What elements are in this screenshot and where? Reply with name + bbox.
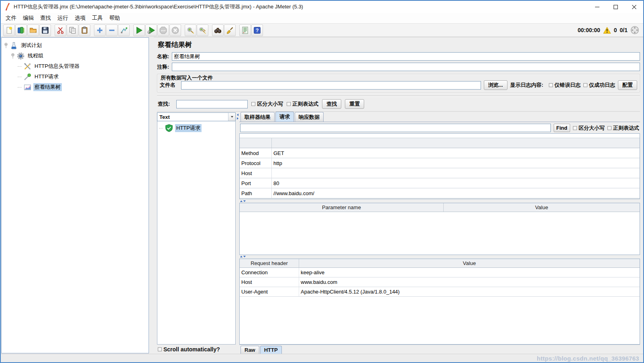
configure-button[interactable]: 配置 [618, 80, 637, 90]
find-regex-label: 正则表达式 [613, 124, 639, 132]
copy-button[interactable] [67, 24, 78, 36]
tree-item-view-results-tree[interactable]: 察看结果树 [2, 82, 149, 92]
chevron-down-icon[interactable] [228, 113, 235, 121]
search-reset-icon [226, 27, 234, 34]
save-icon [41, 27, 49, 34]
header-value: www.baidu.com [299, 277, 640, 287]
table-row[interactable]: Protocolhttp [240, 158, 640, 168]
tree-item-label: 线程组 [26, 52, 45, 60]
log-warning-icon[interactable] [603, 27, 611, 34]
tree-connector [159, 128, 163, 128]
results-find-input[interactable] [240, 124, 551, 132]
comment-row: 注释: [157, 63, 640, 71]
result-item-http-request[interactable]: HTTP请求 [159, 123, 235, 133]
search-reset-button[interactable]: 重置 [345, 99, 364, 109]
table-row[interactable]: Connectionkeep-alive [240, 268, 640, 277]
templates-button[interactable] [15, 24, 27, 36]
menu-edit[interactable]: 编辑 [20, 13, 37, 23]
cut-button[interactable] [55, 24, 66, 36]
help-icon: ? [253, 27, 261, 34]
parameter-name-header[interactable]: Parameter name [240, 203, 444, 212]
result-ok-icon [165, 124, 173, 132]
table-row[interactable]: MethodGET [240, 148, 640, 158]
parameter-value-header[interactable]: Value [444, 203, 640, 212]
shutdown-button[interactable] [169, 24, 181, 36]
tree-item-test-plan[interactable]: 测试计划 [2, 40, 149, 51]
menu-options[interactable]: 选项 [71, 13, 89, 23]
table-row[interactable]: Port80 [240, 178, 640, 188]
new-file-button[interactable] [3, 24, 15, 36]
name-input[interactable] [172, 52, 640, 61]
find-regex-checkbox[interactable]: 正则表达式 [607, 124, 639, 132]
comment-input[interactable] [172, 63, 640, 71]
start-button[interactable] [133, 24, 145, 36]
save-button[interactable] [39, 24, 51, 36]
menu-run[interactable]: 运行 [54, 13, 71, 23]
successes-only-checkbox[interactable]: 仅成功日志 [583, 82, 615, 89]
tab-response-data[interactable]: 响应数据 [295, 112, 324, 122]
toolbar-status: 00:00:00 0 0/1 [578, 26, 639, 35]
request-header-value-header[interactable]: Value [299, 259, 640, 267]
request-header-header[interactable]: Request header [240, 259, 299, 267]
main-split-divider[interactable] [149, 37, 154, 354]
tree-item-http-request[interactable]: HTTP请求 [2, 71, 149, 82]
filename-input[interactable] [181, 81, 481, 90]
table-row[interactable]: Path//www.baidu.com/ [240, 188, 640, 198]
find-case-checkbox[interactable]: 区分大小写 [573, 124, 605, 132]
results-left-pane: Text HTTP请求 Scroll automatically? [157, 112, 236, 354]
search-regex-checkbox[interactable]: 正则表达式 [287, 100, 318, 108]
maximize-button[interactable] [606, 1, 625, 13]
clear-button[interactable] [185, 24, 196, 36]
tree-expand-handle[interactable] [11, 53, 15, 59]
reset-gui-button[interactable] [118, 24, 130, 36]
render-mode-tabs: RawHTTP [239, 345, 640, 354]
menu-tools[interactable]: 工具 [89, 13, 106, 23]
open-file-button[interactable] [27, 24, 39, 36]
templates-icon [17, 27, 25, 34]
help-button[interactable]: ? [251, 24, 263, 36]
request-table-header-value [272, 138, 640, 148]
tab-sampler-result[interactable]: 取样器结果 [240, 112, 275, 122]
menu-help[interactable]: 帮助 [106, 13, 123, 23]
tab-raw[interactable]: Raw [240, 346, 259, 354]
paste-button[interactable] [79, 24, 90, 36]
search-reset-button[interactable] [224, 24, 236, 36]
search-input[interactable] [176, 100, 248, 108]
close-button[interactable] [625, 1, 643, 13]
params-headers-divider[interactable] [239, 255, 640, 259]
tab-http[interactable]: HTTP [260, 346, 282, 354]
tree-expand-handle[interactable] [4, 43, 8, 49]
browse-button[interactable]: 浏览... [484, 80, 507, 90]
stop-button[interactable]: STOP [157, 24, 169, 36]
add-button[interactable] [94, 24, 106, 36]
table-row[interactable]: User-AgentApache-HttpClient/4.5.12 (Java… [240, 287, 640, 297]
results-find-button[interactable]: Find [554, 124, 570, 132]
bottom-strip: https://blog.csdn.net/qq_36396763 [1, 354, 643, 362]
tree-item-thread-group[interactable]: 线程组 [2, 51, 149, 61]
results-split-divider[interactable] [236, 112, 239, 354]
start-no-pauses-button[interactable] [145, 24, 157, 36]
minimize-button[interactable] [588, 1, 606, 13]
search-button[interactable] [212, 24, 224, 36]
clear-all-button[interactable] [197, 24, 208, 36]
tree-item-label: HTTP请求 [33, 73, 60, 81]
menu-search[interactable]: 查找 [37, 13, 54, 23]
table-row[interactable]: Hostwww.baidu.com [240, 277, 640, 287]
scroll-automatically-checkbox[interactable]: Scroll automatically? [157, 345, 236, 354]
search-case-label: 区分大小写 [257, 100, 283, 108]
menu-file[interactable]: 文件 [2, 13, 20, 23]
table-row[interactable]: Host [240, 168, 640, 178]
function-helper-button[interactable] [239, 24, 251, 36]
remove-button[interactable] [106, 24, 118, 36]
search-find-button[interactable]: 查找 [322, 99, 341, 109]
request-headers-filler [240, 297, 640, 344]
paste-icon [81, 27, 88, 34]
tree-item-http-header-manager[interactable]: HTTP信息头管理器 [2, 61, 149, 71]
checkbox-icon [583, 83, 587, 87]
renderer-select[interactable]: Text [157, 112, 236, 121]
search-case-checkbox[interactable]: 区分大小写 [251, 100, 283, 108]
tab-request[interactable]: 请求 [275, 112, 294, 122]
toolbar-group: ? [239, 24, 263, 36]
errors-only-checkbox[interactable]: 仅错误日志 [549, 82, 581, 89]
request-params-divider[interactable] [239, 199, 640, 203]
